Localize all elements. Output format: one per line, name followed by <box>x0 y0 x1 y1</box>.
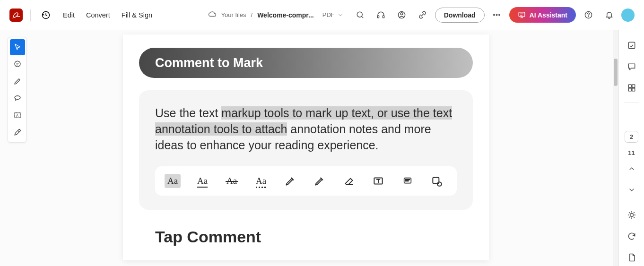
svg-rect-23 <box>628 85 631 88</box>
squiggly-text-icon[interactable]: Aa <box>253 173 269 189</box>
document-canvas: Comment to Mark Use the text markup tool… <box>0 30 618 266</box>
heading-tap-comment: Tap Comment <box>155 228 473 260</box>
bell-icon[interactable] <box>600 7 618 24</box>
chat-ai-icon <box>518 11 526 19</box>
more-icon[interactable] <box>488 7 505 24</box>
menu-fill-sign[interactable]: Fill & Sign <box>122 11 152 19</box>
panel-comment-icon[interactable] <box>623 58 641 76</box>
breadcrumb-current: Welcome-compr... <box>257 11 314 19</box>
cloud-icon <box>208 10 217 20</box>
section-pill: Comment to Mark <box>139 48 473 78</box>
help-person-icon[interactable] <box>393 7 410 24</box>
page-up-icon[interactable] <box>623 160 641 178</box>
right-sidebar: 2 11 <box>618 30 644 266</box>
headphones-icon[interactable] <box>373 7 390 24</box>
chevron-down-icon <box>338 12 343 18</box>
eraser-icon[interactable] <box>341 173 357 189</box>
highlight-text-icon[interactable]: Aa <box>165 174 181 188</box>
page: Comment to Mark Use the text markup tool… <box>123 34 489 260</box>
menu-convert[interactable]: Convert <box>86 11 110 19</box>
svg-point-8 <box>499 14 500 16</box>
help-icon[interactable] <box>580 7 597 24</box>
highlighter-icon[interactable] <box>283 173 298 189</box>
svg-point-5 <box>400 13 403 15</box>
page-down-icon[interactable] <box>623 181 641 198</box>
filetype-label: PDF <box>322 11 335 18</box>
search-icon[interactable] <box>352 7 369 24</box>
ai-assistant-label: AI Assistant <box>530 11 567 19</box>
select-tool-icon[interactable] <box>10 39 25 55</box>
menu-edit[interactable]: Edit <box>63 11 75 19</box>
left-toolbar: A <box>8 37 26 143</box>
breadcrumb-root[interactable]: Your files <box>221 11 246 18</box>
app-logo-icon[interactable] <box>9 9 23 22</box>
content-card: Use the text markup tools to mark up tex… <box>139 90 473 210</box>
rotate-icon[interactable] <box>623 227 641 245</box>
main-menu: Edit Convert Fill & Sign <box>63 11 152 19</box>
breadcrumb-sep: / <box>251 11 253 18</box>
body-pre: Use the text <box>155 106 221 120</box>
textbox-icon[interactable] <box>371 173 386 189</box>
underline-text-icon[interactable]: Aa <box>195 173 210 189</box>
svg-point-17 <box>437 182 442 186</box>
avatar[interactable] <box>621 9 635 22</box>
panel-edit-icon[interactable] <box>623 37 641 54</box>
page-doc-icon[interactable] <box>623 249 641 266</box>
link-icon[interactable] <box>414 7 431 24</box>
page-total: 11 <box>628 149 635 156</box>
pill-heading: Comment to Mark <box>155 56 263 70</box>
history-icon[interactable] <box>38 8 53 23</box>
top-bar: Edit Convert Fill & Sign Your files / We… <box>0 0 644 30</box>
scrollbar-thumb[interactable] <box>614 59 618 86</box>
svg-point-11 <box>588 17 589 17</box>
markup-toolbar: Aa Aa Aa Aa <box>155 166 457 196</box>
body-text: Use the text markup tools to mark up tex… <box>155 105 457 153</box>
svg-rect-2 <box>378 16 379 18</box>
page-current[interactable]: 2 <box>625 131 638 143</box>
brightness-icon[interactable] <box>623 206 641 223</box>
svg-rect-15 <box>405 180 408 181</box>
stamp-icon[interactable] <box>429 173 444 189</box>
pen-tool-icon[interactable] <box>10 124 25 140</box>
text-select-tool-icon[interactable]: A <box>10 107 25 123</box>
topbar-icons <box>352 7 431 24</box>
svg-rect-9 <box>519 12 525 17</box>
strikethrough-text-icon[interactable]: Aa <box>224 173 239 189</box>
breadcrumb: Your files / Welcome-compr... <box>208 10 314 20</box>
svg-point-7 <box>496 14 497 16</box>
svg-rect-26 <box>632 88 635 91</box>
filetype-dropdown[interactable]: PDF <box>322 11 343 18</box>
marker-outline-icon[interactable] <box>312 173 327 189</box>
ai-assistant-button[interactable]: AI Assistant <box>509 7 576 23</box>
svg-point-27 <box>630 213 633 216</box>
svg-rect-14 <box>405 180 409 180</box>
svg-text:A: A <box>16 113 18 118</box>
scrollbar[interactable] <box>613 30 618 266</box>
pencil-tool-icon[interactable] <box>10 73 25 89</box>
svg-rect-22 <box>628 43 635 49</box>
lasso-tool-icon[interactable] <box>10 90 25 106</box>
divider <box>624 103 639 103</box>
download-button[interactable]: Download <box>435 8 485 23</box>
svg-rect-24 <box>632 85 635 88</box>
panel-thumbnails-icon[interactable] <box>623 79 641 97</box>
svg-point-6 <box>494 14 495 16</box>
note-icon[interactable] <box>400 173 415 189</box>
comment-tool-icon[interactable] <box>10 56 25 72</box>
divider <box>30 9 31 21</box>
svg-rect-3 <box>383 16 384 18</box>
svg-rect-25 <box>628 88 631 91</box>
